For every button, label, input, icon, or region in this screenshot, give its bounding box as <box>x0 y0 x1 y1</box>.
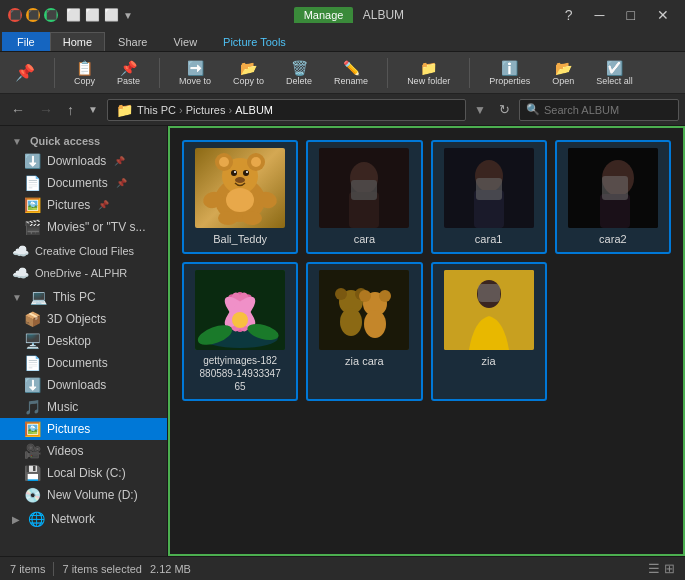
paste-icon: 📌 <box>120 60 137 76</box>
list-item[interactable]: zia cara <box>306 262 422 401</box>
address-path[interactable]: 📁 This PC › Pictures › ALBUM <box>107 99 466 121</box>
file-name: gettyimages-182880589-1493334765 <box>200 354 281 393</box>
properties-btn[interactable]: ℹ️ Properties <box>482 56 537 90</box>
this-pc-section: ▼ 💻 This PC 📦 3D Objects 🖥️ Desktop 📄 Do… <box>0 286 167 506</box>
sidebar-item-3d-objects[interactable]: 📦 3D Objects <box>0 308 167 330</box>
search-icon: 🔍 <box>526 103 540 116</box>
sidebar-item-onedrive[interactable]: ☁️ OneDrive - ALPHR <box>0 262 167 284</box>
forward-button[interactable]: → <box>34 100 58 120</box>
sidebar-item-desktop[interactable]: 🖥️ Desktop <box>0 330 167 352</box>
path-album: ALBUM <box>235 104 273 116</box>
rename-button[interactable]: ✏️ Rename <box>327 56 375 90</box>
sidebar-item-pictures[interactable]: 🖼️ Pictures <box>0 418 167 440</box>
disk-icon: 💾 <box>24 465 41 481</box>
copy-button[interactable]: 📋 Copy <box>67 56 102 90</box>
properties-icon2: ℹ️ <box>501 60 518 76</box>
new-folder-btn[interactable]: 📁 New folder <box>400 56 457 90</box>
sidebar-item-downloads-quick[interactable]: ⬇️ Downloads <box>0 150 167 172</box>
properties-icon[interactable]: ⬜ <box>66 8 81 22</box>
open-icon: 📂 <box>555 60 572 76</box>
sidebar-item-this-pc[interactable]: ▼ 💻 This PC <box>0 286 167 308</box>
quick-access-icon3: ⬛ <box>44 8 58 22</box>
ribbon-tabs: File Home Share View Picture Tools <box>0 30 685 52</box>
delete-button[interactable]: 🗑️ Delete <box>279 56 319 90</box>
tab-file[interactable]: File <box>2 32 50 51</box>
maximize-button[interactable]: □ <box>619 5 643 25</box>
movies-icon: 🎬 <box>24 219 41 235</box>
list-item[interactable]: zia <box>431 262 547 401</box>
select-all-button[interactable]: ☑️ Select all <box>589 56 640 90</box>
tab-picture-tools[interactable]: Picture Tools <box>210 32 299 51</box>
sidebar-item-local-disk[interactable]: 💾 Local Disk (C:) <box>0 462 167 484</box>
sidebar-item-videos[interactable]: 🎥 Videos <box>0 440 167 462</box>
sidebar-quick-access-header[interactable]: ▼ Quick access <box>0 132 167 150</box>
music-icon: 🎵 <box>24 399 41 415</box>
path-pictures: Pictures <box>186 104 226 116</box>
downloads-icon: ⬇️ <box>24 153 41 169</box>
sidebar-item-network[interactable]: ▶ 🌐 Network <box>0 508 167 530</box>
move-to-button[interactable]: ➡️ Move to <box>172 56 218 90</box>
list-item[interactable]: cara <box>306 140 422 254</box>
new-folder-icon[interactable]: ⬜ <box>85 8 100 22</box>
back-button[interactable]: ← <box>6 100 30 120</box>
tab-share[interactable]: Share <box>105 32 160 51</box>
file-thumbnail <box>319 270 409 350</box>
undo-icon[interactable]: ⬜ <box>104 8 119 22</box>
sidebar-item-new-volume[interactable]: 💿 New Volume (D:) <box>0 484 167 506</box>
list-item[interactable]: Bali_Teddy <box>182 140 298 254</box>
svg-point-15 <box>226 188 254 212</box>
svg-rect-40 <box>319 270 409 350</box>
svg-rect-23 <box>476 178 502 200</box>
documents-icon: 📄 <box>24 175 41 191</box>
list-item[interactable]: gettyimages-182880589-1493334765 <box>182 262 298 401</box>
title-bar: ⬛ ⬛ ⬛ ⬜ ⬜ ⬜ ▼ Manage ALBUM ? ─ □ ✕ <box>0 0 685 30</box>
list-item[interactable]: cara2 <box>555 140 671 254</box>
help-button[interactable]: ? <box>557 5 581 25</box>
sidebar-item-creative-cloud[interactable]: ☁️ Creative Cloud Files <box>0 240 167 262</box>
window-controls: ? ─ □ ✕ <box>557 5 677 25</box>
svg-point-5 <box>251 157 261 167</box>
up-button[interactable]: ↑ <box>62 100 79 120</box>
sidebar-item-documents[interactable]: 📄 Documents <box>0 352 167 374</box>
file-name: cara1 <box>475 232 503 246</box>
sidebar-item-downloads[interactable]: ⬇️ Downloads <box>0 374 167 396</box>
ribbon-separator <box>54 58 55 88</box>
file-thumbnail <box>195 148 285 228</box>
close-button[interactable]: ✕ <box>649 5 677 25</box>
pin-button[interactable]: 📌 <box>8 59 42 86</box>
title-bar-icons: ⬛ ⬛ ⬛ <box>8 8 58 22</box>
large-icons-view-icon[interactable]: ⊞ <box>664 561 675 576</box>
minimize-button[interactable]: ─ <box>587 5 613 25</box>
open-button[interactable]: 📂 Open <box>545 56 581 90</box>
list-item[interactable]: cara1 <box>431 140 547 254</box>
svg-point-46 <box>364 310 386 338</box>
search-input[interactable] <box>544 104 672 116</box>
file-thumbnail <box>444 148 534 228</box>
svg-point-6 <box>231 170 237 176</box>
sidebar-item-pictures-quick[interactable]: 🖼️ Pictures <box>0 194 167 216</box>
svg-point-47 <box>359 290 371 302</box>
tab-view[interactable]: View <box>160 32 210 51</box>
3d-icon: 📦 <box>24 311 41 327</box>
search-box[interactable]: 🔍 <box>519 99 679 121</box>
copy-to-button[interactable]: 📂 Copy to <box>226 56 271 90</box>
tab-home[interactable]: Home <box>50 32 105 51</box>
details-view-icon[interactable]: ☰ <box>648 561 660 576</box>
sidebar-item-documents-quick[interactable]: 📄 Documents <box>0 172 167 194</box>
sidebar-item-music[interactable]: 🎵 Music <box>0 396 167 418</box>
file-grid: Bali_Teddy cara <box>178 136 675 405</box>
item-count: 7 items <box>10 563 45 575</box>
paste-button[interactable]: 📌 Paste <box>110 56 147 90</box>
refresh-button[interactable]: ↻ <box>494 100 515 119</box>
file-thumbnail <box>195 270 285 350</box>
dropdown-icon[interactable]: ▼ <box>123 10 133 21</box>
delete-icon: 🗑️ <box>291 60 308 76</box>
documents-icon2: 📄 <box>24 355 41 371</box>
folder-icon: 📁 <box>116 102 133 118</box>
sidebar-item-movies-quick[interactable]: 🎬 Movies" or "TV s... <box>0 216 167 238</box>
cloud-section: ☁️ Creative Cloud Files ☁️ OneDrive - AL… <box>0 240 167 284</box>
down-arrow-button[interactable]: ▼ <box>83 102 103 117</box>
address-dropdown-button[interactable]: ▼ <box>470 103 490 117</box>
volume-icon: 💿 <box>24 487 41 503</box>
desktop-icon: 🖥️ <box>24 333 41 349</box>
